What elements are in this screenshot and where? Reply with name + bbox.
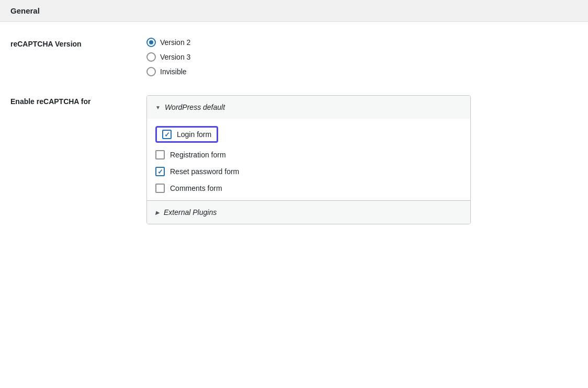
checkbox-label-registration-form: Registration form <box>170 151 226 159</box>
radio-v2[interactable] <box>146 38 156 47</box>
accordion-section-wp-default: ▼ WordPress default Login form <box>147 96 470 200</box>
checkbox-label-login-form: Login form <box>177 130 211 139</box>
checkbox-login-form[interactable] <box>162 130 172 139</box>
radio-item-v2[interactable]: Version 2 <box>146 38 578 47</box>
chevron-right-icon: ▶ <box>155 210 160 215</box>
recaptcha-version-control: Version 2 Version 3 Invisible <box>146 38 578 76</box>
section-header: General <box>0 0 588 22</box>
radio-item-v3[interactable]: Version 3 <box>146 52 578 62</box>
radio-invisible[interactable] <box>146 67 156 76</box>
accordion-header-external-plugins[interactable]: ▶ External Plugins <box>147 201 470 224</box>
radio-v3[interactable] <box>146 52 156 62</box>
accordion-header-wp-default[interactable]: ▼ WordPress default <box>147 96 470 119</box>
recaptcha-version-label: reCAPTCHA Version <box>10 38 146 48</box>
section-title: General <box>10 6 40 15</box>
page-container: General reCAPTCHA Version Version 2 Vers… <box>0 0 588 388</box>
accordion-container: ▼ WordPress default Login form <box>146 95 471 224</box>
settings-area: reCAPTCHA Version Version 2 Version 3 In… <box>0 22 588 254</box>
accordion-title-external-plugins: External Plugins <box>164 208 217 216</box>
enable-recaptcha-row: Enable reCAPTCHA for ▼ WordPress default <box>10 95 578 224</box>
checkbox-label-reset-password-form: Reset password form <box>170 167 239 176</box>
radio-group-version: Version 2 Version 3 Invisible <box>146 38 578 76</box>
radio-label-v3: Version 3 <box>160 53 190 61</box>
checkbox-item-login-form[interactable]: Login form <box>162 130 211 139</box>
accordion-section-external-plugins: ▶ External Plugins <box>147 200 470 224</box>
radio-label-invisible: Invisible <box>160 67 187 76</box>
checkbox-label-comments-form: Comments form <box>170 184 222 192</box>
accordion-title-wp-default: WordPress default <box>165 103 225 111</box>
checkbox-reset-password-form[interactable] <box>155 167 165 176</box>
radio-label-v2: Version 2 <box>160 38 190 47</box>
checkbox-registration-form[interactable] <box>155 150 165 159</box>
radio-item-invisible[interactable]: Invisible <box>146 67 578 76</box>
enable-recaptcha-control: ▼ WordPress default Login form <box>146 95 578 224</box>
recaptcha-version-row: reCAPTCHA Version Version 2 Version 3 In… <box>10 38 578 76</box>
checkbox-item-registration-form[interactable]: Registration form <box>155 150 462 159</box>
checkbox-comments-form[interactable] <box>155 184 165 193</box>
enable-recaptcha-label: Enable reCAPTCHA for <box>10 95 146 106</box>
checkbox-item-reset-password-form[interactable]: Reset password form <box>155 167 462 176</box>
accordion-body-wp-default: Login form Registration form <box>147 119 470 200</box>
highlight-wrapper-login: Login form <box>155 126 462 143</box>
checkbox-item-comments-form[interactable]: Comments form <box>155 184 462 193</box>
chevron-down-icon: ▼ <box>155 105 161 110</box>
